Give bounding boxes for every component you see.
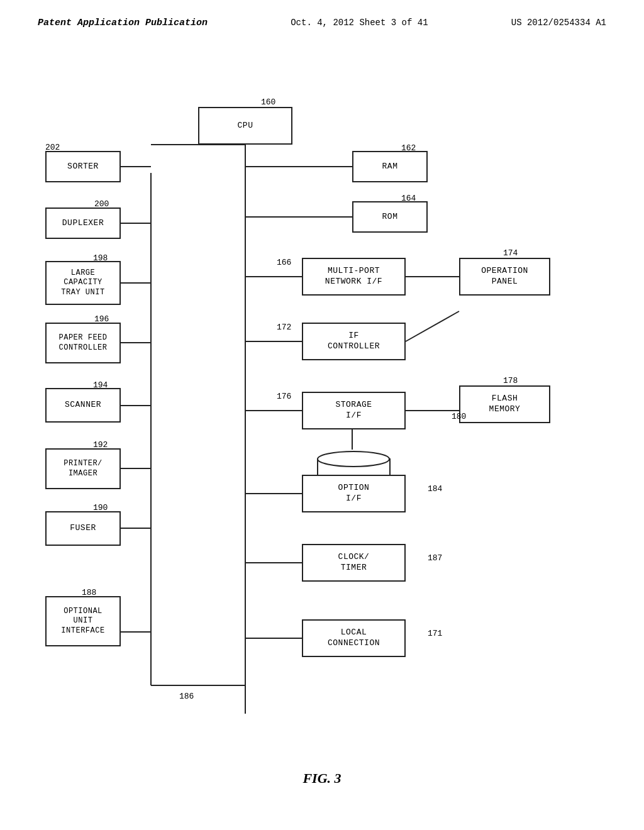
option-box: OPTION I/F (302, 475, 406, 512)
sorter-ref-label: 202 (45, 143, 60, 152)
svg-point-25 (318, 451, 389, 467)
diagram: CPU 160 RAM 162 ROM 164 MULTI-PORT NETWO… (0, 35, 644, 764)
clock-ref-label: 187 (428, 553, 442, 563)
ram-box: RAM (352, 151, 428, 182)
fuser-box: FUSER (45, 511, 121, 546)
bracket-180-label: 180 (452, 412, 466, 421)
large-box: LARGE CAPACITY TRAY UNIT (45, 261, 121, 305)
flash-ref-label: 178 (503, 376, 518, 385)
header: Patent Application Publication Oct. 4, 2… (0, 0, 644, 35)
ram-ref-label: 162 (401, 143, 416, 153)
duplexer-ref-label: 200 (94, 199, 109, 209)
large-ref-label: 198 (93, 253, 108, 263)
optional-box: OPTIONAL UNIT INTERFACE (45, 596, 121, 646)
storage-box: STORAGE I/F (302, 392, 406, 429)
storage-ref-label: 176 (277, 392, 291, 401)
date-sheet-label: Oct. 4, 2012 Sheet 3 of 41 (291, 18, 428, 28)
option-ref-label: 184 (428, 484, 442, 494)
operation-box: OPERATION PANEL (459, 258, 550, 296)
page: Patent Application Publication Oct. 4, 2… (0, 0, 644, 830)
ref-186-label: 186 (179, 692, 194, 701)
publication-label: Patent Application Publication (38, 18, 208, 28)
multiport-box: MULTI-PORT NETWORK I/F (302, 258, 406, 296)
if-controller-box: IF CONTROLLER (302, 323, 406, 360)
sorter-box: SORTER (45, 151, 121, 182)
patent-number-label: US 2012/0254334 A1 (511, 18, 606, 28)
rom-box: ROM (352, 201, 428, 233)
paperfeed-box: PAPER FEED CONTROLLER (45, 323, 121, 363)
printer-ref-label: 192 (93, 440, 108, 450)
svg-line-21 (406, 311, 459, 341)
local-box: LOCAL CONNECTION (302, 619, 406, 657)
rom-ref-label: 164 (401, 194, 416, 203)
operation-ref-label: 174 (503, 248, 518, 258)
printer-box: PRINTER/ IMAGER (45, 448, 121, 489)
figure-caption: FIG. 3 (0, 764, 644, 799)
cpu-box: CPU (198, 107, 292, 145)
local-ref-label: 171 (428, 629, 442, 638)
clock-box: CLOCK/ TIMER (302, 544, 406, 582)
paperfeed-ref-label: 196 (94, 314, 109, 324)
flash-box: FLASH MEMORY (459, 385, 550, 423)
scanner-ref-label: 194 (93, 380, 108, 390)
fuser-ref-label: 190 (93, 503, 108, 512)
if-controller-ref-label: 172 (277, 323, 291, 332)
duplexer-box: DUPLEXER (45, 208, 121, 239)
optional-ref-label: 188 (82, 588, 96, 597)
multiport-ref-label: 166 (277, 258, 291, 267)
cpu-ref-label: 160 (261, 97, 275, 107)
scanner-box: SCANNER (45, 388, 121, 423)
